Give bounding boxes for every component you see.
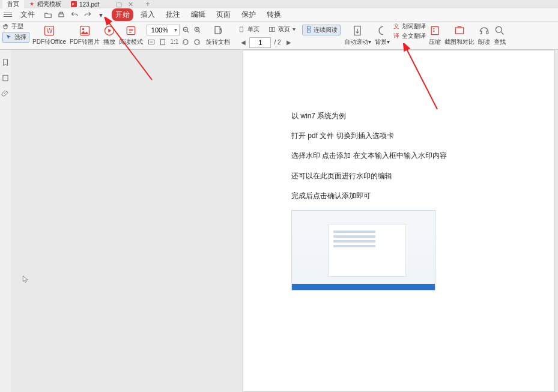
single-page-icon — [237, 25, 246, 34]
print-icon[interactable] — [56, 10, 66, 20]
page-total: / 2 — [272, 39, 282, 46]
mode-select-group: 手型 选择 — [1, 22, 31, 49]
rotate-left-icon[interactable] — [181, 37, 190, 47]
tab-home[interactable]: 首页 — [2, 0, 24, 8]
dropdown-icon[interactable]: ▾ — [96, 10, 106, 20]
doc-line-5: 完成后点击确认添加即可 — [291, 190, 518, 202]
chevron-down-icon: ▾ — [172, 26, 179, 33]
menu-annotate[interactable]: 批注 — [162, 8, 184, 21]
page-input[interactable] — [249, 37, 271, 48]
rotate-doc-button[interactable]: 旋转文档 — [204, 22, 232, 49]
ribbon-toolbar: 手型 选择 W PDF转Office PDF转图片 播放 阅读模式 ▾ 1:1 — [0, 22, 558, 50]
single-page-button[interactable]: 单页 — [234, 23, 262, 35]
tab-current[interactable]: P 123.pdf — [66, 0, 104, 8]
word-icon: W — [43, 25, 55, 37]
menu-convert[interactable]: 转换 — [263, 8, 285, 21]
zoom-select[interactable]: ▾ — [147, 25, 180, 35]
hand-icon — [2, 23, 10, 30]
readmode-button[interactable]: 阅读模式 — [117, 22, 145, 49]
hand-tool[interactable]: 手型 — [2, 22, 23, 31]
select-icon — [5, 34, 13, 41]
menu-file[interactable]: 文件 — [17, 8, 38, 21]
svg-point-7 — [82, 28, 84, 30]
tab-home-label: 首页 — [7, 0, 19, 8]
single-label: 单页 — [247, 25, 259, 34]
pdf2pic-label: PDF转图片 — [70, 38, 100, 46]
zoom-group: ▾ 1:1 — [145, 22, 204, 49]
search-icon — [494, 25, 506, 37]
hamburger-icon[interactable] — [4, 13, 12, 17]
prev-page-button[interactable]: ◀ — [238, 38, 248, 47]
attachment-panel-icon[interactable] — [1, 89, 10, 98]
image-icon — [79, 25, 91, 37]
menu-page[interactable]: 页面 — [213, 8, 234, 21]
zoom-in-icon[interactable] — [193, 25, 202, 35]
translate-group: 文划词翻译 译全文翻译 — [392, 22, 427, 49]
read-button[interactable]: 朗读 — [476, 22, 492, 49]
quick-access-toolbar: ▾ — [43, 10, 106, 20]
screenshot-icon — [453, 25, 466, 37]
find-button[interactable]: 查找 — [492, 22, 508, 49]
svg-rect-17 — [272, 27, 274, 31]
page-layout-group: 单页 双页▾ ◀ / 2 ▶ — [232, 22, 300, 49]
undo-icon[interactable] — [70, 10, 79, 20]
menu-edit[interactable]: 编辑 — [187, 8, 209, 21]
fit-actual-icon[interactable]: 1:1 — [169, 37, 179, 47]
play-button[interactable]: 播放 — [102, 22, 117, 49]
next-page-button[interactable]: ▶ — [284, 38, 294, 47]
select-tool[interactable]: 选择 — [2, 32, 29, 43]
continuous-read-button[interactable]: 连续阅读 — [302, 25, 341, 35]
double-page-icon — [267, 25, 277, 34]
readmode-icon — [125, 25, 137, 37]
svg-rect-14 — [215, 26, 220, 34]
open-icon[interactable] — [43, 10, 53, 20]
left-sidebar — [0, 50, 11, 392]
thumbnail-panel-icon[interactable] — [1, 74, 10, 82]
tab-add-button[interactable]: + — [139, 0, 156, 8]
doc-line-2: 打开 pdf 文件 切换到插入选项卡 — [291, 130, 518, 142]
read-label: 朗读 — [478, 38, 490, 46]
mouse-cursor-icon — [22, 275, 30, 283]
continuous-label: 连续阅读 — [314, 26, 338, 34]
svg-rect-15 — [240, 27, 243, 32]
svg-rect-2 — [59, 14, 64, 17]
screenshot-label: 截图和对比 — [444, 38, 475, 46]
menu-insert[interactable]: 插入 — [137, 8, 159, 21]
fit-page-icon[interactable] — [158, 37, 168, 47]
full-translate-button[interactable]: 译全文翻译 — [393, 32, 426, 40]
pdf2office-button[interactable]: W PDF转Office — [31, 22, 68, 49]
tab-close-icon[interactable]: ✕ — [128, 1, 133, 8]
autoscroll-button[interactable]: 自动滚动▾ — [342, 22, 373, 49]
translate-full-icon: 译 — [393, 32, 400, 40]
screenshot-button[interactable]: 截图和对比 — [443, 22, 476, 49]
hand-label: 手型 — [11, 22, 23, 31]
play-icon — [103, 25, 115, 37]
tab-template-label: 稻壳模板 — [37, 0, 61, 8]
double-page-button[interactable]: 双页▾ — [264, 23, 299, 35]
svg-rect-16 — [269, 27, 271, 31]
headphones-icon — [478, 25, 490, 37]
background-button[interactable]: 背景▾ — [373, 22, 392, 49]
readmode-label: 阅读模式 — [119, 38, 143, 46]
bookmark-panel-icon[interactable] — [1, 58, 10, 67]
rotate-doc-icon — [212, 25, 224, 37]
select-label: 选择 — [14, 33, 26, 41]
pdf2pic-button[interactable]: PDF转图片 — [68, 22, 102, 49]
zoom-out-icon[interactable] — [181, 25, 191, 35]
zoom-input[interactable] — [147, 26, 172, 34]
moon-icon — [376, 25, 388, 37]
redo-icon[interactable] — [83, 10, 92, 20]
double-label: 双页 — [278, 25, 290, 34]
tab-template[interactable]: 稻壳模板 — [24, 0, 66, 8]
compress-button[interactable]: 压缩 — [427, 22, 443, 49]
menu-protect[interactable]: 保护 — [238, 8, 259, 21]
compress-icon — [429, 25, 441, 37]
fit-width-icon[interactable] — [147, 37, 156, 47]
scratch-translate-button[interactable]: 文划词翻译 — [393, 22, 426, 31]
menu-start[interactable]: 开始 — [112, 8, 133, 21]
tab-restore-icon[interactable]: ▢ — [116, 1, 122, 8]
svg-rect-18 — [307, 26, 310, 29]
svg-point-23 — [496, 26, 502, 32]
rotate-right-icon[interactable] — [192, 37, 202, 47]
scratch-translate-label: 划词翻译 — [402, 22, 426, 31]
